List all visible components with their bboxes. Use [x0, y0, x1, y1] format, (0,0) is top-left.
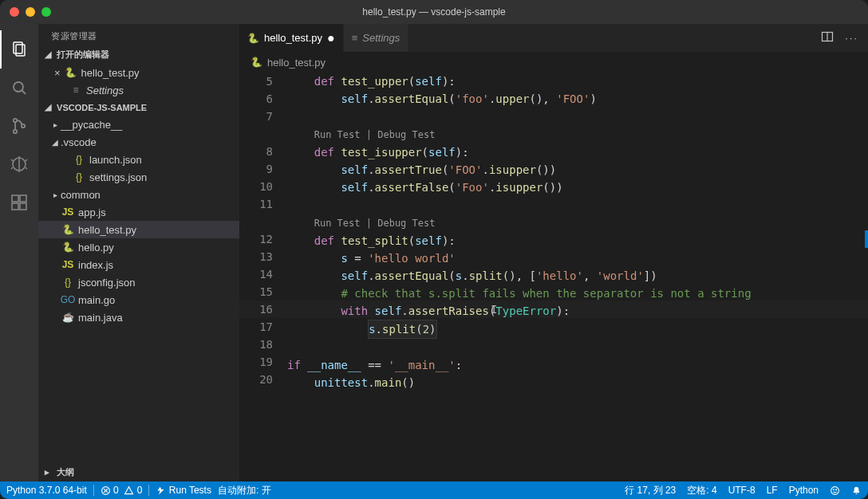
- debug-tab-icon[interactable]: [0, 145, 38, 183]
- file-item[interactable]: {}settings.json: [38, 168, 239, 186]
- js-file-icon: JS: [61, 206, 75, 218]
- svg-line-12: [26, 167, 27, 169]
- status-language[interactable]: Python: [789, 485, 819, 496]
- code-editor[interactable]: 𝙸 5 6 7 8 9 10 11 12 13 14 15 16 17 18 1…: [239, 73, 868, 481]
- python-file-icon: 🐍: [251, 57, 262, 68]
- python-file-icon: 🐍: [247, 33, 259, 44]
- status-cursor-pos[interactable]: 行 17, 列 23: [625, 484, 676, 497]
- status-python[interactable]: Python 3.7.0 64-bit: [6, 485, 87, 496]
- svg-point-23: [833, 489, 834, 490]
- svg-rect-14: [12, 203, 18, 210]
- codelens-debug[interactable]: Debug Test: [377, 218, 435, 229]
- svg-rect-1: [16, 45, 25, 56]
- svg-rect-0: [14, 42, 22, 53]
- file-item[interactable]: 🐍hello.py: [38, 238, 239, 256]
- file-item[interactable]: JSapp.js: [38, 203, 239, 221]
- file-item[interactable]: JSindex.js: [38, 256, 239, 273]
- svg-point-6: [22, 124, 25, 128]
- file-item[interactable]: ☕main.java: [38, 308, 239, 326]
- title-bar: hello_test.py — vscode-js-sample: [0, 0, 868, 24]
- folder-item[interactable]: ▸__pycache__: [38, 116, 239, 133]
- explorer-sidebar: 资源管理器 ◢ 打开的编辑器 × 🐍 hello_test.py ≡ Setti…: [38, 24, 239, 481]
- sidebar-title: 资源管理器: [38, 24, 239, 45]
- file-item[interactable]: 🐍hello_test.py: [38, 221, 239, 238]
- json-file-icon: {}: [61, 277, 75, 288]
- window-zoom-traffic[interactable]: [41, 7, 51, 17]
- explorer-tab-icon[interactable]: [0, 30, 38, 69]
- json-file-icon: {}: [72, 171, 86, 183]
- svg-point-22: [831, 487, 839, 495]
- outline-section[interactable]: ▸ 大纲: [38, 463, 239, 481]
- notifications-icon[interactable]: [851, 485, 862, 496]
- status-encoding[interactable]: UTF-8: [728, 485, 756, 496]
- window-close-traffic[interactable]: [10, 7, 19, 17]
- workspace-section[interactable]: ◢ VSCODE-JS-SAMPLE: [38, 99, 239, 116]
- svg-rect-16: [20, 195, 26, 202]
- json-file-icon: {}: [72, 154, 86, 165]
- extensions-tab-icon[interactable]: [0, 183, 38, 222]
- svg-point-5: [14, 130, 17, 133]
- status-problems[interactable]: 0 0: [101, 485, 143, 496]
- go-file-icon: GO: [61, 294, 75, 305]
- svg-line-3: [22, 91, 26, 95]
- svg-rect-15: [20, 203, 26, 210]
- status-eol[interactable]: LF: [767, 485, 778, 496]
- codelens-run[interactable]: Run Test: [314, 218, 361, 229]
- status-indent[interactable]: 空格: 4: [687, 484, 716, 497]
- close-icon[interactable]: ×: [54, 67, 61, 79]
- folder-item[interactable]: ▸common: [38, 186, 239, 203]
- tab-hello-test[interactable]: 🐍 hello_test.py ●: [239, 24, 344, 52]
- codelens-run[interactable]: Run Test: [314, 129, 361, 140]
- tab-settings[interactable]: ≡ Settings: [344, 24, 409, 52]
- split-editor-icon[interactable]: [821, 30, 834, 45]
- java-file-icon: ☕: [61, 312, 75, 323]
- minimap-highlight: [865, 230, 868, 248]
- open-editor-item[interactable]: ≡ Settings: [38, 81, 239, 99]
- folder-item[interactable]: ◢.vscode: [38, 133, 239, 151]
- status-run-tests[interactable]: Run Tests: [156, 485, 211, 496]
- svg-point-4: [14, 119, 17, 122]
- file-item[interactable]: {}jsconfig.json: [38, 273, 239, 291]
- search-tab-icon[interactable]: [0, 69, 38, 107]
- tab-bar: 🐍 hello_test.py ● ≡ Settings ···: [239, 24, 868, 52]
- python-file-icon: 🐍: [61, 224, 75, 235]
- file-item[interactable]: GOmain.go: [38, 291, 239, 308]
- more-actions-icon[interactable]: ···: [845, 32, 858, 44]
- line-gutter: 5 6 7 8 9 10 11 12 13 14 15 16 17 18 19 …: [239, 73, 287, 481]
- scm-tab-icon[interactable]: [0, 107, 38, 145]
- svg-point-24: [836, 489, 837, 490]
- settings-icon: ≡: [352, 32, 358, 44]
- svg-line-9: [11, 159, 13, 161]
- breadcrumb[interactable]: 🐍 hello_test.py: [239, 52, 868, 73]
- settings-icon: ≡: [69, 84, 83, 96]
- window-title: hello_test.py — vscode-js-sample: [362, 6, 505, 18]
- svg-rect-13: [12, 195, 18, 202]
- python-file-icon: 🐍: [61, 242, 75, 253]
- status-auto-attach[interactable]: 自动附加: 开: [218, 484, 271, 497]
- open-editors-section[interactable]: ◢ 打开的编辑器: [38, 45, 239, 64]
- js-file-icon: JS: [61, 259, 75, 270]
- open-editor-item[interactable]: × 🐍 hello_test.py: [38, 64, 239, 81]
- svg-line-10: [26, 159, 27, 161]
- feedback-icon[interactable]: [830, 485, 840, 496]
- svg-line-11: [11, 167, 13, 169]
- activity-bar: [0, 24, 38, 481]
- window-minimize-traffic[interactable]: [26, 7, 35, 17]
- code-content[interactable]: def test_upper(self): self.assertEqual('…: [287, 73, 868, 481]
- status-bar: Python 3.7.0 64-bit 0 0 Run Tests 自动附加: …: [0, 481, 868, 499]
- python-file-icon: 🐍: [64, 67, 78, 78]
- dirty-indicator-icon: ●: [327, 32, 335, 45]
- svg-point-2: [14, 82, 23, 92]
- file-item[interactable]: {}launch.json: [38, 151, 239, 168]
- codelens-debug[interactable]: Debug Test: [377, 129, 435, 140]
